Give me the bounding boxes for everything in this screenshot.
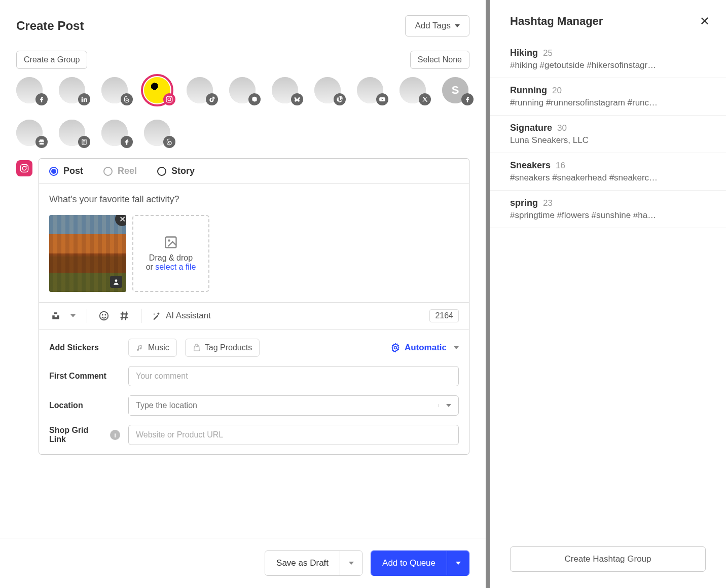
select-none-button[interactable]: Select None xyxy=(410,51,469,69)
hashtag-group-count: 25 xyxy=(543,48,553,58)
char-count: 2164 xyxy=(429,309,459,322)
hashtag-group-tags: Luna Sneakers, LLC xyxy=(510,135,710,145)
divider xyxy=(87,309,87,323)
channel-linkedin[interactable] xyxy=(59,77,85,103)
bluesky-icon xyxy=(291,93,303,105)
automatic-button[interactable]: Automatic xyxy=(390,343,459,353)
chevron-down-icon xyxy=(455,24,460,27)
gear-icon xyxy=(390,343,401,353)
hashtag-icon[interactable] xyxy=(118,309,131,322)
channel-facebook[interactable]: S xyxy=(442,77,468,103)
save-draft-button[interactable]: Save as Draft xyxy=(265,550,362,576)
post-text[interactable]: What's your favorite fall activity? xyxy=(39,184,469,215)
hashtag-group-item[interactable]: Running20#running #runnersofinstagram #r… xyxy=(490,78,726,116)
hashtag-group-item[interactable]: Hiking25#hiking #getoutside #hikersofins… xyxy=(490,41,726,78)
channel-threads[interactable] xyxy=(144,120,170,146)
tag-person-icon[interactable] xyxy=(110,276,122,288)
add-stickers-label: Add Stickers xyxy=(49,343,120,352)
bag-icon xyxy=(193,344,201,352)
location-input[interactable] xyxy=(129,396,438,415)
add-to-queue-dropdown[interactable] xyxy=(447,551,469,575)
hashtag-group-tags: #hiking #getoutside #hikersofinstagr… xyxy=(510,60,710,70)
unsplash-icon[interactable] xyxy=(49,309,62,322)
ai-assistant-button[interactable]: AI Assistant xyxy=(152,311,211,321)
x-icon xyxy=(419,93,431,105)
create-group-button[interactable]: Create a Group xyxy=(16,51,87,69)
facebook-icon xyxy=(35,93,48,105)
save-draft-dropdown[interactable] xyxy=(340,551,362,575)
channel-googlebusiness[interactable] xyxy=(16,120,43,146)
facebook-icon xyxy=(121,136,133,148)
channel-facebook[interactable] xyxy=(101,120,128,146)
add-tags-label: Add Tags xyxy=(415,21,451,31)
shop-grid-label: Shop Grid Link i xyxy=(49,426,120,444)
channel-facebook[interactable] xyxy=(16,77,43,103)
post-type-reel[interactable]: Reel xyxy=(103,166,137,176)
channel-tiktok[interactable] xyxy=(187,77,213,103)
hashtag-group-item[interactable]: Signature30Luna Sneakers, LLC xyxy=(490,116,726,153)
hashtag-group-count: 30 xyxy=(557,123,567,133)
tag-products-button[interactable]: Tag Products xyxy=(185,339,260,357)
pinterest-icon xyxy=(334,93,346,105)
channel-instagram[interactable] xyxy=(144,77,170,103)
add-to-queue-button[interactable]: Add to Queue xyxy=(371,550,469,576)
channel-mastodon[interactable] xyxy=(229,77,256,103)
hashtag-group-count: 23 xyxy=(543,198,553,208)
close-icon[interactable]: ✕ xyxy=(700,14,710,28)
instagram-icon xyxy=(163,93,175,105)
channel-bluesky[interactable] xyxy=(272,77,298,103)
hashtag-group-tags: #sneakers #sneakerhead #sneakerc… xyxy=(510,173,710,183)
hashtag-list: Hiking25#hiking #getoutside #hikersofins… xyxy=(490,41,726,534)
footer-bar: Save as Draft Add to Queue xyxy=(0,538,486,588)
remove-media-button[interactable]: ✕ xyxy=(115,215,126,226)
channel-youtube[interactable] xyxy=(357,77,383,103)
hashtag-group-name: Sneakers xyxy=(510,160,551,170)
music-button[interactable]: Music xyxy=(128,339,177,357)
radio-icon xyxy=(103,167,113,176)
threads-icon xyxy=(121,93,133,105)
hashtag-group-name: Running xyxy=(510,85,547,95)
hashtag-group-item[interactable]: spring23#springtime #flowers #sunshine #… xyxy=(490,191,726,228)
upload-dropzone[interactable]: Drag & dropor select a file xyxy=(132,215,209,292)
create-hashtag-group-button[interactable]: Create Hashtag Group xyxy=(510,546,706,572)
hashtag-group-item[interactable]: Sneakers16#sneakers #sneakerhead #sneake… xyxy=(490,153,726,191)
channel-pinterest[interactable] xyxy=(314,77,341,103)
radio-icon xyxy=(157,167,166,176)
media-thumbnail[interactable]: ✕ xyxy=(49,215,126,292)
hashtag-group-tags: #springtime #flowers #sunshine #ha… xyxy=(510,210,710,220)
sidebar-title: Hashtag Manager xyxy=(510,15,603,28)
wand-icon xyxy=(152,311,162,321)
chevron-down-icon[interactable] xyxy=(438,404,458,407)
googlebusiness-icon xyxy=(35,136,48,148)
divider xyxy=(141,309,141,323)
hashtag-group-count: 20 xyxy=(552,86,562,95)
channel-x[interactable] xyxy=(400,77,426,103)
add-tags-button[interactable]: Add Tags xyxy=(405,15,469,36)
emoji-icon[interactable] xyxy=(97,309,111,322)
post-type-post[interactable]: Post xyxy=(49,166,83,176)
location-select[interactable] xyxy=(128,395,459,416)
select-file-link[interactable]: select a file xyxy=(155,263,196,271)
info-icon[interactable]: i xyxy=(110,430,120,440)
facebook-icon xyxy=(461,93,474,105)
tiktok-icon xyxy=(206,93,218,105)
shop-grid-input[interactable] xyxy=(128,425,459,445)
image-icon xyxy=(164,235,178,249)
composer-card: Post Reel Story What's your favorite fal… xyxy=(39,158,469,455)
hashtag-group-name: Hiking xyxy=(510,48,538,58)
post-type-story[interactable]: Story xyxy=(157,166,195,176)
first-comment-input[interactable] xyxy=(128,366,459,386)
channel-threads[interactable] xyxy=(101,77,128,103)
media-dropdown[interactable] xyxy=(69,309,77,322)
channel-startpage[interactable] xyxy=(59,120,85,146)
chevron-down-icon xyxy=(454,346,459,349)
startpage-icon xyxy=(78,136,90,148)
hashtag-group-count: 16 xyxy=(556,161,565,170)
radio-icon xyxy=(49,167,58,176)
page-title: Create Post xyxy=(16,19,84,33)
hashtag-group-tags: #running #runnersofinstagram #runc… xyxy=(510,98,710,108)
hashtag-group-name: Signature xyxy=(510,123,552,133)
first-comment-label: First Comment xyxy=(49,372,120,381)
hashtag-group-name: spring xyxy=(510,198,538,208)
linkedin-icon xyxy=(78,93,90,105)
